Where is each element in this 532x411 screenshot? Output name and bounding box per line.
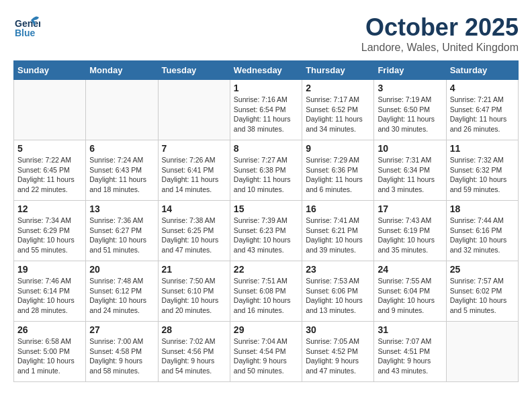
day-info: Sunrise: 7:44 AM Sunset: 6:16 PM Dayligh…	[450, 216, 515, 255]
day-info: Sunrise: 7:17 AM Sunset: 6:52 PM Dayligh…	[306, 95, 370, 134]
day-info: Sunrise: 7:53 AM Sunset: 6:06 PM Dayligh…	[306, 276, 370, 316]
day-info: Sunrise: 7:43 AM Sunset: 6:19 PM Dayligh…	[378, 216, 442, 255]
calendar-day-cell: 9Sunrise: 7:29 AM Sunset: 6:36 PM Daylig…	[302, 140, 374, 201]
calendar-day-cell: 12Sunrise: 7:34 AM Sunset: 6:29 PM Dayli…	[14, 201, 86, 261]
day-info: Sunrise: 7:50 AM Sunset: 6:10 PM Dayligh…	[162, 276, 226, 316]
calendar-day-cell: 13Sunrise: 7:36 AM Sunset: 6:27 PM Dayli…	[86, 201, 158, 261]
day-number: 29	[234, 324, 298, 335]
calendar-day-cell: 7Sunrise: 7:26 AM Sunset: 6:41 PM Daylig…	[158, 140, 230, 201]
calendar-day-cell	[86, 80, 158, 140]
calendar-day-cell: 3Sunrise: 7:19 AM Sunset: 6:50 PM Daylig…	[374, 80, 446, 140]
calendar-day-cell: 5Sunrise: 7:22 AM Sunset: 6:45 PM Daylig…	[14, 140, 86, 201]
calendar-day-cell: 6Sunrise: 7:24 AM Sunset: 6:43 PM Daylig…	[86, 140, 158, 201]
day-info: Sunrise: 7:21 AM Sunset: 6:47 PM Dayligh…	[450, 95, 515, 134]
weekday-header: Wednesday	[230, 61, 302, 80]
calendar-day-cell: 15Sunrise: 7:39 AM Sunset: 6:23 PM Dayli…	[230, 201, 302, 261]
day-number: 7	[162, 143, 226, 154]
day-number: 21	[162, 264, 226, 275]
day-number: 15	[234, 203, 298, 214]
calendar-day-cell: 18Sunrise: 7:44 AM Sunset: 6:16 PM Dayli…	[446, 201, 518, 261]
day-info: Sunrise: 7:36 AM Sunset: 6:27 PM Dayligh…	[89, 216, 154, 255]
day-info: Sunrise: 7:34 AM Sunset: 6:29 PM Dayligh…	[17, 216, 82, 255]
weekday-header: Saturday	[446, 61, 518, 80]
day-number: 5	[17, 143, 82, 154]
day-info: Sunrise: 7:51 AM Sunset: 6:08 PM Dayligh…	[234, 276, 298, 316]
day-number: 12	[17, 203, 82, 214]
weekday-header: Thursday	[302, 61, 374, 80]
day-info: Sunrise: 7:22 AM Sunset: 6:45 PM Dayligh…	[17, 155, 82, 195]
day-info: Sunrise: 7:00 AM Sunset: 4:58 PM Dayligh…	[89, 336, 154, 376]
calendar-day-cell: 14Sunrise: 7:38 AM Sunset: 6:25 PM Dayli…	[158, 201, 230, 261]
day-number: 2	[306, 83, 370, 93]
calendar-day-cell: 19Sunrise: 7:46 AM Sunset: 6:14 PM Dayli…	[14, 261, 86, 322]
day-info: Sunrise: 7:57 AM Sunset: 6:02 PM Dayligh…	[450, 276, 515, 316]
day-number: 18	[450, 203, 515, 214]
weekday-header: Sunday	[14, 61, 86, 80]
calendar-day-cell: 8Sunrise: 7:27 AM Sunset: 6:38 PM Daylig…	[230, 140, 302, 201]
day-info: Sunrise: 7:24 AM Sunset: 6:43 PM Dayligh…	[89, 155, 154, 195]
weekday-header: Monday	[86, 61, 158, 80]
day-number: 9	[306, 143, 370, 154]
calendar-day-cell: 2Sunrise: 7:17 AM Sunset: 6:52 PM Daylig…	[302, 80, 374, 140]
calendar-day-cell: 22Sunrise: 7:51 AM Sunset: 6:08 PM Dayli…	[230, 261, 302, 322]
calendar-day-cell: 1Sunrise: 7:16 AM Sunset: 6:54 PM Daylig…	[230, 80, 302, 140]
day-info: Sunrise: 7:31 AM Sunset: 6:34 PM Dayligh…	[378, 155, 442, 195]
calendar-day-cell: 23Sunrise: 7:53 AM Sunset: 6:06 PM Dayli…	[302, 261, 374, 322]
day-info: Sunrise: 7:02 AM Sunset: 4:56 PM Dayligh…	[162, 336, 226, 376]
calendar-week-row: 5Sunrise: 7:22 AM Sunset: 6:45 PM Daylig…	[14, 140, 519, 201]
month-title: October 2025	[361, 13, 519, 42]
calendar-week-row: 12Sunrise: 7:34 AM Sunset: 6:29 PM Dayli…	[14, 201, 519, 261]
day-number: 23	[306, 264, 370, 275]
calendar-day-cell	[14, 80, 86, 140]
logo: General Blue	[13, 13, 40, 40]
calendar-day-cell: 20Sunrise: 7:48 AM Sunset: 6:12 PM Dayli…	[86, 261, 158, 322]
day-number: 22	[234, 264, 298, 275]
title-block: October 2025 Landore, Wales, United King…	[361, 13, 519, 54]
calendar-day-cell	[158, 80, 230, 140]
weekday-header: Friday	[374, 61, 446, 80]
day-number: 10	[378, 143, 442, 154]
calendar-day-cell: 11Sunrise: 7:32 AM Sunset: 6:32 PM Dayli…	[446, 140, 518, 201]
day-number: 16	[306, 203, 370, 214]
day-number: 3	[378, 83, 442, 93]
day-info: Sunrise: 7:39 AM Sunset: 6:23 PM Dayligh…	[234, 216, 298, 255]
day-number: 25	[450, 264, 515, 275]
day-info: Sunrise: 7:04 AM Sunset: 4:54 PM Dayligh…	[234, 336, 298, 376]
day-info: Sunrise: 7:55 AM Sunset: 6:04 PM Dayligh…	[378, 276, 442, 316]
day-number: 1	[234, 83, 298, 93]
calendar-week-row: 1Sunrise: 7:16 AM Sunset: 6:54 PM Daylig…	[14, 80, 519, 140]
weekday-header-row: SundayMondayTuesdayWednesdayThursdayFrid…	[14, 61, 519, 80]
weekday-header: Tuesday	[158, 61, 230, 80]
day-number: 28	[162, 324, 226, 335]
day-number: 6	[89, 143, 154, 154]
day-number: 24	[378, 264, 442, 275]
calendar-day-cell: 29Sunrise: 7:04 AM Sunset: 4:54 PM Dayli…	[230, 322, 302, 382]
day-number: 4	[450, 83, 515, 93]
calendar-day-cell: 21Sunrise: 7:50 AM Sunset: 6:10 PM Dayli…	[158, 261, 230, 322]
calendar-day-cell: 27Sunrise: 7:00 AM Sunset: 4:58 PM Dayli…	[86, 322, 158, 382]
calendar-table: SundayMondayTuesdayWednesdayThursdayFrid…	[13, 60, 519, 382]
calendar-day-cell: 26Sunrise: 6:58 AM Sunset: 5:00 PM Dayli…	[14, 322, 86, 382]
day-number: 14	[162, 203, 226, 214]
day-number: 30	[306, 324, 370, 335]
day-info: Sunrise: 7:38 AM Sunset: 6:25 PM Dayligh…	[162, 216, 226, 255]
day-number: 8	[234, 143, 298, 154]
day-info: Sunrise: 7:26 AM Sunset: 6:41 PM Dayligh…	[162, 155, 226, 195]
calendar-day-cell: 24Sunrise: 7:55 AM Sunset: 6:04 PM Dayli…	[374, 261, 446, 322]
calendar-week-row: 19Sunrise: 7:46 AM Sunset: 6:14 PM Dayli…	[14, 261, 519, 322]
day-number: 19	[17, 264, 82, 275]
day-number: 13	[89, 203, 154, 214]
calendar-day-cell: 17Sunrise: 7:43 AM Sunset: 6:19 PM Dayli…	[374, 201, 446, 261]
day-info: Sunrise: 7:41 AM Sunset: 6:21 PM Dayligh…	[306, 216, 370, 255]
calendar-day-cell: 28Sunrise: 7:02 AM Sunset: 4:56 PM Dayli…	[158, 322, 230, 382]
calendar-week-row: 26Sunrise: 6:58 AM Sunset: 5:00 PM Dayli…	[14, 322, 519, 382]
day-number: 26	[17, 324, 82, 335]
day-info: Sunrise: 7:16 AM Sunset: 6:54 PM Dayligh…	[234, 95, 298, 134]
day-info: Sunrise: 7:48 AM Sunset: 6:12 PM Dayligh…	[89, 276, 154, 316]
day-info: Sunrise: 7:05 AM Sunset: 4:52 PM Dayligh…	[306, 336, 370, 376]
day-info: Sunrise: 7:46 AM Sunset: 6:14 PM Dayligh…	[17, 276, 82, 316]
calendar-day-cell: 31Sunrise: 7:07 AM Sunset: 4:51 PM Dayli…	[374, 322, 446, 382]
day-info: Sunrise: 7:07 AM Sunset: 4:51 PM Dayligh…	[378, 336, 442, 376]
calendar-day-cell: 30Sunrise: 7:05 AM Sunset: 4:52 PM Dayli…	[302, 322, 374, 382]
location: Landore, Wales, United Kingdom	[361, 42, 519, 54]
